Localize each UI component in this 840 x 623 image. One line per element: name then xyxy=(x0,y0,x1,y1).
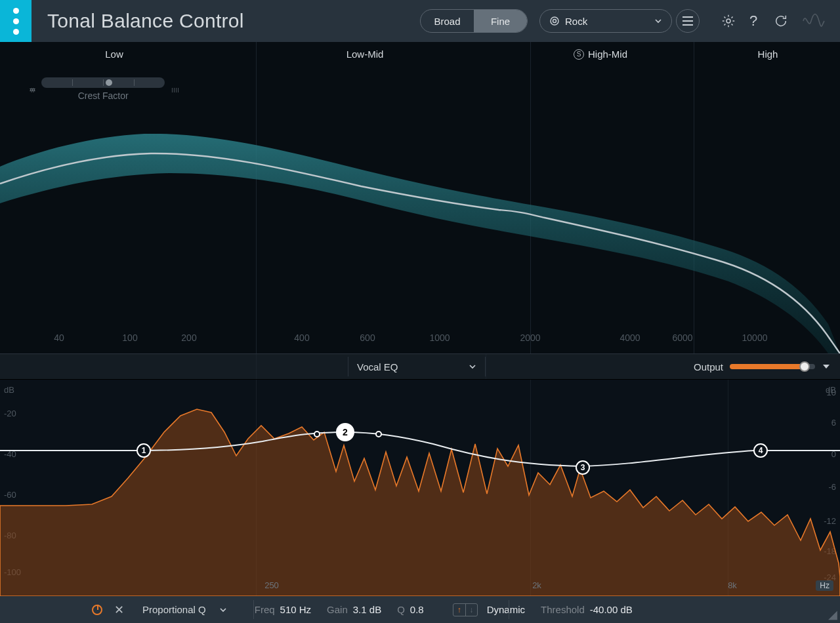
chevron-down-icon xyxy=(219,606,227,614)
history-button[interactable] xyxy=(769,9,793,33)
gear-icon xyxy=(721,14,736,28)
ipc-icon[interactable] xyxy=(802,9,826,33)
top-frequency-ticks: 40 100 200 400 600 1000 2000 4000 6000 1… xyxy=(0,332,840,347)
view-mode-toggle[interactable]: Broad Fine xyxy=(420,9,528,33)
eq-footer: ✕ Proportional Q Freq510 Hz Gain3.1 dB Q… xyxy=(0,596,840,623)
filter-type-select[interactable]: Proportional Q xyxy=(142,604,227,615)
svg-point-2 xyxy=(726,19,730,23)
q-value[interactable]: 0.8 xyxy=(410,604,424,615)
settings-button[interactable] xyxy=(717,9,740,33)
resize-grip[interactable]: ◢ xyxy=(828,607,837,622)
band-power-button[interactable] xyxy=(92,605,102,615)
redo-icon xyxy=(774,14,788,28)
freq-value[interactable]: 510 Hz xyxy=(280,604,312,615)
output-label: Output xyxy=(694,361,723,372)
app-header: Tonal Balance Control Broad Fine Rock ? xyxy=(0,0,840,42)
eq-bottom-ticks: 250 2k 8k Hz xyxy=(0,580,840,593)
output-collapse-toggle[interactable] xyxy=(822,362,831,371)
eq-node-3[interactable]: 3 xyxy=(576,460,590,475)
tonal-balance-panel: Low Low-Mid S High-Mid High ɪ|ɪ|ɪ Crest … xyxy=(0,42,840,353)
view-mode-fine[interactable]: Fine xyxy=(474,10,527,32)
dynamic-mode-toggle[interactable]: ↑↓ xyxy=(453,603,478,616)
eq-node-4[interactable]: 4 xyxy=(753,443,768,458)
remote-plugin-select[interactable]: Vocal EQ xyxy=(348,353,486,380)
eq-node-2[interactable]: 2 xyxy=(336,423,354,441)
target-icon xyxy=(549,16,560,26)
brand-logo xyxy=(0,0,32,42)
preset-name: Rock xyxy=(565,16,587,27)
svg-point-1 xyxy=(553,20,556,23)
eq-bandwidth-handle-left[interactable] xyxy=(314,431,320,437)
output-gain-slider[interactable] xyxy=(730,364,815,369)
app-title: Tonal Balance Control xyxy=(47,10,244,32)
chevron-down-icon xyxy=(654,17,662,25)
help-button[interactable]: ? xyxy=(742,9,765,33)
svg-point-0 xyxy=(551,17,558,25)
eq-header-strip: Vocal EQ Output xyxy=(0,353,840,380)
eq-node-1[interactable]: 1 xyxy=(136,443,151,458)
chevron-down-icon xyxy=(469,363,476,371)
preset-select[interactable]: Rock xyxy=(539,9,672,33)
eq-spectrum[interactable] xyxy=(0,380,840,596)
preset-menu-button[interactable] xyxy=(676,9,700,33)
view-mode-broad[interactable]: Broad xyxy=(421,10,474,32)
tonal-balance-curve xyxy=(0,42,840,353)
band-delete-button[interactable]: ✕ xyxy=(114,603,124,617)
threshold-value[interactable]: -40.00 dB xyxy=(590,604,633,615)
eq-bandwidth-handle-right[interactable] xyxy=(375,431,382,437)
gain-value[interactable]: 3.1 dB xyxy=(353,604,381,615)
eq-panel: dB -20 -40 -60 -80 -100 dB 10 6 0 -6 -12… xyxy=(0,380,840,596)
